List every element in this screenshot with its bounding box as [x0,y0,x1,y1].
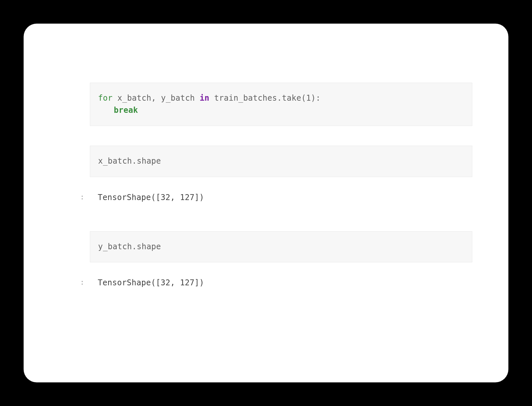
var-x-batch: x_batch [98,156,132,166]
output-marker: : [80,277,85,288]
code-input-3[interactable]: y_batch.shape [90,231,472,262]
notebook-card: for x_batch, y_batch in train_batches.ta… [24,24,508,382]
output-text: TensorShape([32, 127]) [98,193,204,202]
var-y-batch: y_batch [161,93,195,103]
var-train-batches: train_batches [214,93,277,103]
attr-shape: shape [137,242,161,251]
code-cell-1: for x_batch, y_batch in train_batches.ta… [60,83,472,126]
keyword-for: for [98,93,113,103]
var-y-batch: y_batch [98,242,132,251]
var-x-batch: x_batch [117,93,151,103]
code-output-2: : TensorShape([32, 127]) [90,184,472,212]
literal-one: 1 [306,93,311,103]
keyword-in: in [200,93,210,103]
output-text: TensorShape([32, 127]) [98,278,204,287]
code-output-3: : TensorShape([32, 127]) [90,269,472,297]
code-cell-3: y_batch.shape : TensorShape([32, 127]) [60,231,472,297]
attr-shape: shape [137,156,161,166]
output-marker: : [80,192,85,203]
code-input-1[interactable]: for x_batch, y_batch in train_batches.ta… [90,83,472,126]
keyword-break: break [114,106,138,115]
code-cell-2: x_batch.shape : TensorShape([32, 127]) [60,146,472,211]
code-input-2[interactable]: x_batch.shape [90,146,472,177]
method-take: take [282,93,301,103]
